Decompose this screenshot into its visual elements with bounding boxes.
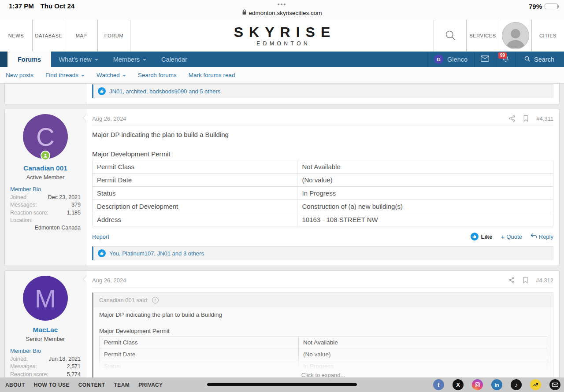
reactions-bar[interactable]: You, Platinum107, JN01 and 3 others xyxy=(92,246,553,260)
post-number[interactable]: #4,312 xyxy=(536,277,553,284)
reactions-text: JN01, archited, bodsbods9090 and 5 other… xyxy=(109,88,220,95)
footer-link-content[interactable]: CONTENT xyxy=(78,382,105,388)
footer-social: f X in ♪ xyxy=(433,379,560,390)
footer-link-team[interactable]: TEAM xyxy=(114,382,130,388)
inbox-button[interactable] xyxy=(475,52,495,67)
stat-value: 379 xyxy=(71,201,81,209)
search-icon xyxy=(444,29,456,42)
subnav-new-posts[interactable]: New posts xyxy=(6,72,33,78)
online-status-icon xyxy=(41,151,50,160)
subnav-search-forums[interactable]: Search forums xyxy=(138,72,177,78)
bookmark-icon[interactable] xyxy=(523,277,528,284)
stat-joined: Joined:Dec 23, 2021 xyxy=(10,194,81,201)
footer-link-how-to-use[interactable]: HOW TO USE xyxy=(34,382,70,388)
footer-link-privacy[interactable]: PRIVACY xyxy=(138,382,163,388)
nav-right-group: G Glenco 99 Search xyxy=(427,52,564,67)
status-date: Thu Oct 24 xyxy=(41,2,75,10)
footer-link-about[interactable]: ABOUT xyxy=(5,382,25,388)
chevron-down-icon xyxy=(81,75,85,77)
quote-button[interactable]: +Quote xyxy=(501,233,522,240)
avatar[interactable]: M xyxy=(23,276,68,321)
chevron-down-icon xyxy=(143,59,146,61)
stat-location-value[interactable]: Edmonton Canada xyxy=(10,224,81,232)
author-title: Active Member xyxy=(10,174,81,181)
header-search-button[interactable] xyxy=(434,20,466,52)
reply-button[interactable]: Reply xyxy=(531,233,553,240)
x-twitter-icon[interactable]: X xyxy=(453,379,464,390)
post-meta-row: Aug 26, 2024 #4,311 xyxy=(92,112,553,126)
thread-content: JN01, archited, bodsbods9090 and 5 other… xyxy=(0,84,564,377)
quote-header[interactable]: Canadian 001 said: ↑ xyxy=(93,293,553,307)
member-bio-link[interactable]: Member Bio xyxy=(10,186,81,192)
table-cell-value: 10163 - 108 STREET NW xyxy=(297,213,553,226)
stat-label: Joined: xyxy=(10,355,28,363)
logo-subtitle: EDMONTON xyxy=(254,41,310,47)
alerts-button[interactable]: 99 xyxy=(495,52,516,67)
trending-icon[interactable] xyxy=(530,379,541,390)
header-account-button[interactable] xyxy=(499,20,531,52)
header-nav-forum[interactable]: FORUM xyxy=(98,20,130,52)
site-logo[interactable]: SKYRISE EDMONTON xyxy=(130,20,434,52)
tab-whats-new-label: What's new xyxy=(59,56,92,63)
tab-calendar[interactable]: Calendar xyxy=(154,52,195,67)
home-indicator[interactable] xyxy=(207,383,357,386)
header-nav-map[interactable]: MAP xyxy=(65,20,98,52)
nav-search-button[interactable]: Search xyxy=(516,52,564,67)
tiktok-icon[interactable]: ♪ xyxy=(511,379,522,390)
table-cell-value: In Progress xyxy=(297,187,553,200)
avatar[interactable]: C xyxy=(23,114,68,159)
table-row: StatusIn Progress xyxy=(93,187,553,200)
avatar-initial: C xyxy=(36,122,55,152)
search-icon xyxy=(524,55,531,63)
avatar-initial: M xyxy=(35,284,56,313)
author-name[interactable]: Canadian 001 xyxy=(10,164,81,172)
subnav-find-threads[interactable]: Find threads xyxy=(45,72,85,78)
logo-title: SKYRISE xyxy=(228,25,336,39)
multitasking-dots-icon[interactable]: ••• xyxy=(278,1,287,8)
member-bio-link[interactable]: Member Bio xyxy=(10,348,81,354)
facebook-icon[interactable]: f xyxy=(433,379,444,390)
reply-label: Reply xyxy=(539,233,553,240)
tab-whats-new[interactable]: What's new xyxy=(51,52,106,67)
post-date[interactable]: Aug 26, 2024 xyxy=(92,115,126,122)
subnav-watched[interactable]: Watched xyxy=(96,72,126,78)
stat-label: Messages: xyxy=(10,363,37,370)
battery-status: 79% xyxy=(529,3,558,10)
chevron-down-icon xyxy=(95,59,98,61)
header-nav-services[interactable]: SERVICES xyxy=(466,20,499,52)
table-cell-value: Construction of (a) new building(s) xyxy=(297,200,553,213)
reactions-bar[interactable]: JN01, archited, bodsbods9090 and 5 other… xyxy=(92,84,553,98)
address-bar[interactable]: edmonton.skyrisecities.com xyxy=(242,9,322,16)
report-button[interactable]: Report xyxy=(92,233,109,240)
quote-label: Quote xyxy=(506,233,522,240)
user-menu[interactable]: G Glenco xyxy=(427,52,474,67)
header-nav-cities[interactable]: CITIES xyxy=(531,20,564,52)
subnav-mark-forums-read[interactable]: Mark forums read xyxy=(189,72,235,78)
post-number[interactable]: #4,311 xyxy=(536,115,553,122)
tab-members[interactable]: Members xyxy=(106,52,154,67)
like-button[interactable]: Like xyxy=(471,233,493,240)
screen: 1:37 PM Thu Oct 24 ••• edmonton.skyrisec… xyxy=(0,0,564,392)
header-nav-database[interactable]: DATABASE xyxy=(33,20,65,52)
bookmark-icon[interactable] xyxy=(523,115,529,122)
click-to-expand[interactable]: Click to expand... xyxy=(93,372,553,377)
linkedin-icon[interactable]: in xyxy=(491,379,502,390)
share-icon[interactable] xyxy=(508,115,516,122)
header-nav-news[interactable]: NEWS xyxy=(0,20,33,52)
subnav-new-posts-label: New posts xyxy=(6,72,33,78)
post-4312-main: Aug 26, 2024 #4,312 Canadian 001 said: ↑… xyxy=(86,271,559,377)
stat-label: Reaction score: xyxy=(10,209,48,217)
reactions-text: You, Platinum107, JN01 and 3 others xyxy=(109,250,204,257)
email-icon[interactable] xyxy=(549,379,560,390)
post-partial: JN01, archited, bodsbods9090 and 5 other… xyxy=(4,84,560,104)
table-cell-label: Status xyxy=(93,187,297,200)
author-name[interactable]: MacLac xyxy=(10,326,81,334)
share-icon[interactable] xyxy=(508,277,515,284)
post-date[interactable]: Aug 26, 2024 xyxy=(92,277,126,284)
status-time-date: 1:37 PM Thu Oct 24 xyxy=(9,2,74,10)
post-4311: C Canadian 001 Active Member Member Bio … xyxy=(4,109,560,266)
stat-value: Jun 18, 2021 xyxy=(49,355,81,363)
tab-forums[interactable]: Forums xyxy=(7,52,51,67)
instagram-icon[interactable] xyxy=(472,379,483,390)
table-cell-label: Permit Class xyxy=(100,337,299,348)
